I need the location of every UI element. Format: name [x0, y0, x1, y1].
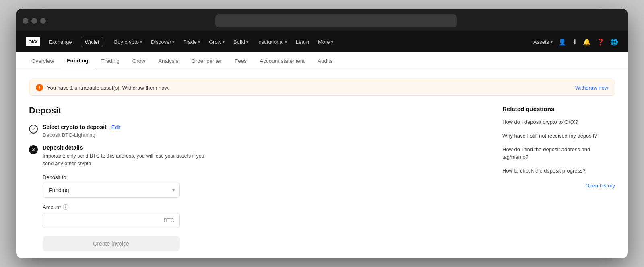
amount-input[interactable]: [43, 213, 164, 228]
build-chevron: ▾: [246, 40, 248, 44]
alert-banner: ! You have 1 untradable asset(s). Withdr…: [29, 80, 615, 96]
nav-tab-exchange[interactable]: Exchange: [44, 37, 76, 47]
step1-title-row: Select crypto to deposit Edit: [43, 124, 486, 130]
logo-box: OKX: [26, 37, 40, 46]
related-item-3[interactable]: How to check the deposit progress?: [502, 167, 615, 175]
amount-info-icon[interactable]: i: [63, 204, 68, 210]
sub-nav-fees[interactable]: Fees: [229, 54, 252, 68]
more-chevron: ▾: [331, 40, 333, 44]
nav-link-learn[interactable]: Learn: [292, 37, 313, 47]
deposit-to-label: Deposit to: [43, 174, 180, 180]
deposit-to-select-wrapper: Funding ▾: [43, 183, 180, 198]
step1-content: Select crypto to deposit Edit Deposit BT…: [43, 124, 486, 140]
deposit-to-group: Deposit to Funding ▾: [43, 174, 180, 198]
nav-link-more[interactable]: More ▾: [314, 37, 337, 47]
open-history-link[interactable]: Open history: [502, 183, 615, 189]
alert-text: You have 1 untradable asset(s). Withdraw…: [47, 85, 575, 91]
question-icon[interactable]: ❓: [597, 38, 605, 46]
deposit-title: Deposit: [29, 105, 486, 116]
alert-icon: !: [36, 84, 43, 91]
amount-group: Amount i BTC: [43, 204, 180, 228]
user-icon[interactable]: 👤: [558, 38, 566, 46]
right-panel: Related questions How do I deposit crypt…: [502, 105, 615, 258]
step2-title-row: Deposit details: [43, 144, 486, 151]
globe-icon[interactable]: 🌐: [610, 38, 618, 46]
step1-row: ✓ Select crypto to deposit Edit Deposit …: [29, 124, 486, 140]
nav-tab-wallet[interactable]: Wallet: [80, 37, 104, 47]
assets-chevron: ▾: [551, 40, 553, 44]
related-item-2[interactable]: How do I find the deposit address and ta…: [502, 146, 615, 160]
nav-links: Buy crypto ▾ Discover ▾ Trade ▾ Grow ▾ B…: [110, 37, 533, 47]
nav-link-discover[interactable]: Discover ▾: [147, 37, 179, 47]
related-item-1[interactable]: Why have I still not received my deposit…: [502, 132, 615, 140]
withdraw-now-link[interactable]: Withdraw now: [575, 85, 608, 91]
nav-link-grow[interactable]: Grow ▾: [205, 37, 229, 47]
related-item-0[interactable]: How do I deposit crypto to OKX?: [502, 119, 615, 126]
sub-nav-analysis[interactable]: Analysis: [153, 54, 184, 68]
sub-nav-funding[interactable]: Funding: [61, 53, 94, 68]
step2-title: Deposit details: [43, 144, 83, 151]
amount-label: Amount i: [43, 204, 180, 210]
nav-right: Assets ▾ 👤 ⬇ 🔔 ❓ 🌐: [533, 38, 618, 46]
main-area: ! You have 1 untradable asset(s). Withdr…: [16, 70, 628, 258]
deposit-to-chevron-icon: ▾: [172, 187, 175, 193]
logo-text: OKX: [29, 39, 37, 44]
grow-chevron: ▾: [223, 40, 225, 44]
step2-warning: Important: only send BTC to this address…: [43, 152, 212, 168]
buy-crypto-chevron: ▾: [140, 40, 142, 44]
step2-indicator: 2: [29, 145, 38, 154]
logo-area: OKX Exchange Wallet: [26, 37, 103, 47]
sub-nav-grow[interactable]: Grow: [127, 54, 151, 68]
traffic-light-red: [23, 18, 28, 24]
step1-title: Select crypto to deposit: [43, 124, 107, 130]
nav-link-trade[interactable]: Trade ▾: [179, 37, 204, 47]
bell-icon[interactable]: 🔔: [583, 38, 591, 46]
sub-nav-overview[interactable]: Overview: [26, 54, 60, 68]
sub-nav-order-center[interactable]: Order center: [186, 54, 227, 68]
address-bar[interactable]: [215, 14, 457, 27]
step2-row: 2 Deposit details Important: only send B…: [29, 144, 486, 258]
traffic-light-yellow: [31, 18, 37, 24]
step1-indicator: ✓: [29, 125, 38, 134]
deposit-section: Deposit ✓ Select crypto to deposit Edit …: [29, 105, 486, 258]
sub-nav: Overview Funding Trading Grow Analysis O…: [16, 52, 628, 70]
download-icon[interactable]: ⬇: [572, 38, 577, 46]
institutional-chevron: ▾: [285, 40, 287, 44]
traffic-light-green: [40, 18, 46, 24]
step2-content: Deposit details Important: only send BTC…: [43, 144, 486, 258]
create-invoice-button[interactable]: Create invoice: [43, 236, 180, 251]
step1-check-icon: ✓: [29, 125, 38, 134]
step1-edit-link[interactable]: Edit: [111, 124, 120, 130]
traffic-lights: [23, 18, 46, 24]
top-nav: OKX Exchange Wallet Buy crypto ▾ Discove…: [16, 31, 628, 52]
nav-link-buy-crypto[interactable]: Buy crypto ▾: [110, 37, 146, 47]
assets-button[interactable]: Assets ▾: [533, 39, 553, 45]
sub-nav-account-statement[interactable]: Account statement: [254, 54, 310, 68]
content-layout: Deposit ✓ Select crypto to deposit Edit …: [29, 105, 615, 258]
nav-link-institutional[interactable]: Institutional ▾: [253, 37, 291, 47]
nav-link-build[interactable]: Build ▾: [229, 37, 252, 47]
browser-chrome: [16, 9, 628, 31]
amount-suffix: BTC: [164, 217, 179, 223]
trade-chevron: ▾: [198, 40, 200, 44]
sub-nav-trading[interactable]: Trading: [96, 54, 125, 68]
sub-nav-audits[interactable]: Audits: [312, 54, 339, 68]
step2-num-icon: 2: [29, 145, 38, 154]
step1-sub: Deposit BTC-Lightning: [43, 132, 486, 138]
deposit-to-select[interactable]: Funding ▾: [43, 183, 180, 198]
related-title: Related questions: [502, 105, 615, 112]
discover-chevron: ▾: [172, 40, 174, 44]
page-content: OKX Exchange Wallet Buy crypto ▾ Discove…: [16, 31, 628, 258]
amount-input-wrapper: BTC: [43, 213, 180, 228]
